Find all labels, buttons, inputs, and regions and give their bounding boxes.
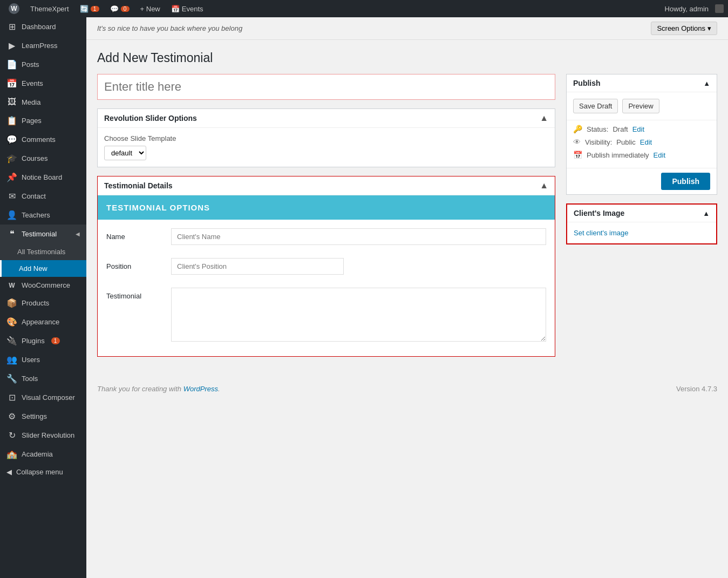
testimonial-field (171, 288, 546, 343)
testimonial-label: Testimonial (106, 288, 171, 300)
name-input[interactable] (171, 228, 546, 245)
admin-bar-right: Howdy, admin (661, 4, 724, 13)
footer: Thank you for creating with WordPress. V… (86, 376, 728, 402)
sidebar-item-learnpress[interactable]: ▶ LearnPress (0, 36, 86, 55)
sidebar-item-label: Products (22, 299, 49, 307)
publish-immediately-edit-link[interactable]: Edit (654, 151, 665, 159)
name-field (171, 228, 546, 245)
sidebar-item-teachers[interactable]: 👤 Teachers (0, 206, 86, 225)
sidebar-item-label: Posts (22, 60, 39, 69)
sidebar-item-events[interactable]: 📅 Events (0, 74, 86, 93)
sidebar-item-appearance[interactable]: 🎨 Appearance (0, 312, 86, 331)
sidebar-item-contact[interactable]: ✉ Contact (0, 187, 86, 206)
howdy-text: Howdy, admin (661, 5, 713, 13)
content-area: Add New Testimonial Revolution Slider Op… (86, 40, 728, 376)
position-field (171, 258, 546, 275)
sidebar-item-comments[interactable]: 💬 Comments (0, 130, 86, 149)
posts-icon: 📄 (6, 59, 17, 70)
collapse-label: Collapse menu (16, 468, 63, 476)
visibility-icon: 👁 (573, 138, 581, 146)
testimonial-details-toggle-icon: ▲ (540, 181, 548, 191)
plugins-icon: 🔌 (6, 336, 17, 346)
layout: ⊞ Dashboard ▶ LearnPress 📄 Posts 📅 Event… (0, 17, 728, 578)
screen-options-button[interactable]: Screen Options ▾ (651, 22, 717, 35)
visibility-row: 👁 Visibility: Public Edit (573, 138, 710, 146)
wp-logo-item[interactable]: W (4, 0, 24, 17)
sidebar-item-woocommerce[interactable]: W WooCommerce (0, 277, 86, 294)
events-item[interactable]: 📅 Events (167, 0, 208, 17)
revolution-slider-metabox: Revolution Slider Options ▲ Choose Slide… (97, 108, 555, 167)
set-client-image-link[interactable]: Set client's image (574, 229, 628, 237)
revolution-slider-header[interactable]: Revolution Slider Options ▲ (98, 109, 555, 128)
position-label: Position (106, 258, 171, 270)
sidebar-item-settings[interactable]: ⚙ Settings (0, 407, 86, 426)
sidebar-item-dashboard[interactable]: ⊞ Dashboard (0, 17, 86, 36)
sidebar-item-pages[interactable]: 📋 Pages (0, 111, 86, 130)
sidebar-item-tools[interactable]: 🔧 Tools (0, 369, 86, 388)
sidebar-item-label: Academia (22, 450, 53, 458)
sidebar-item-all-testimonials[interactable]: All Testimonials (0, 243, 86, 260)
sidebar-item-label: Dashboard (22, 23, 56, 31)
sidebar-item-label: Pages (22, 117, 42, 125)
sidebar-item-testimonial[interactable]: ❝ Testimonial ◀ (0, 225, 86, 243)
visibility-edit-link[interactable]: Edit (640, 138, 652, 146)
publish-box: Publish ▲ Save Draft Preview 🔑 Status: D… (566, 74, 717, 195)
sidebar-item-posts[interactable]: 📄 Posts (0, 55, 86, 74)
comments-icon: 💬 (6, 134, 17, 145)
clients-image-box: Client's Image ▲ Set client's image (566, 203, 717, 244)
preview-button[interactable]: Preview (622, 99, 659, 113)
sidebar-item-products[interactable]: 📦 Products (0, 294, 86, 312)
publish-submit: Publish (567, 168, 717, 194)
sidebar-item-notice-board[interactable]: 📌 Notice Board (0, 168, 86, 187)
updates-item[interactable]: 🔄 1 (76, 0, 104, 17)
publish-button[interactable]: Publish (661, 173, 710, 190)
sidebar-item-media[interactable]: 🖼 Media (0, 93, 86, 111)
publish-box-header[interactable]: Publish ▲ (567, 74, 717, 92)
settings-icon: ⚙ (6, 411, 17, 421)
sidebar-item-academia[interactable]: 🏫 Academia (0, 445, 86, 464)
woocommerce-icon: W (6, 282, 17, 289)
top-bar: It's so nice to have you back where you … (86, 17, 728, 40)
teachers-icon: 👤 (6, 210, 17, 220)
collapse-menu[interactable]: ◀ Collapse menu (0, 464, 86, 480)
updates-badge: 1 (91, 6, 99, 12)
sidebar-item-courses[interactable]: 🎓 Courses (0, 149, 86, 168)
publish-toggle-icon: ▲ (703, 79, 710, 87)
sidebar-item-label: Events (22, 79, 43, 87)
new-label: + New (140, 5, 160, 13)
comments-item[interactable]: 💬 0 (106, 0, 134, 17)
sidebar-item-users[interactable]: 👥 Users (0, 350, 86, 369)
site-name-item[interactable]: ThemeXpert (26, 0, 73, 17)
sidebar-item-label: Visual Composer (22, 393, 75, 402)
new-item[interactable]: + New (136, 0, 165, 17)
sidebar-item-label: Tools (22, 375, 38, 383)
page-title: Add New Testimonial (97, 51, 717, 65)
top-bar-message: It's so nice to have you back where you … (97, 24, 651, 32)
tools-icon: 🔧 (6, 373, 17, 384)
sidebar-item-plugins[interactable]: 🔌 Plugins 1 (0, 331, 86, 350)
testimonial-details-header[interactable]: Testimonial Details ▲ (98, 176, 555, 195)
sidebar-item-slider-revolution[interactable]: ↻ Slider Revolution (0, 426, 86, 445)
testimonial-textarea[interactable] (171, 288, 546, 342)
admin-bar: W ThemeXpert 🔄 1 💬 0 + New 📅 Events Howd… (0, 0, 728, 17)
clients-image-title: Client's Image (574, 209, 624, 217)
wordpress-link[interactable]: WordPress (183, 385, 218, 393)
slide-template-select[interactable]: default (104, 146, 146, 160)
clients-image-header[interactable]: Client's Image ▲ (567, 205, 716, 222)
sidebar-item-visual-composer[interactable]: ⊡ Visual Composer (0, 388, 86, 407)
status-edit-link[interactable]: Edit (632, 125, 644, 133)
testimonial-submenu: All Testimonials Add New (0, 243, 86, 277)
testimonial-options-header: TESTIMONIAL OPTIONS (98, 195, 555, 220)
save-draft-button[interactable]: Save Draft (573, 99, 618, 113)
position-input[interactable] (171, 258, 344, 275)
sidebar-item-label: Plugins (22, 337, 45, 345)
visibility-value: Public (616, 138, 635, 146)
publish-meta: 🔑 Status: Draft Edit 👁 Visibility: Publi… (567, 120, 717, 168)
sidebar-item-add-new[interactable]: Add New (0, 260, 86, 277)
slider-revolution-icon: ↻ (6, 430, 17, 440)
sidebar-item-label: WooCommerce (22, 281, 70, 289)
sidebar-item-label: Contact (22, 192, 46, 200)
screen-options-label: Screen Options (657, 24, 705, 32)
plugins-badge: 1 (51, 337, 60, 344)
title-input[interactable] (97, 74, 555, 100)
